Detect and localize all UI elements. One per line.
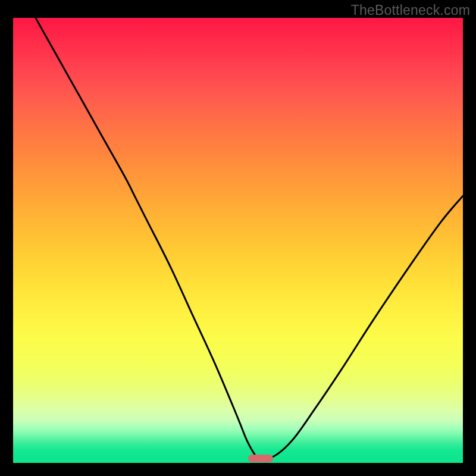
optimal-marker	[248, 455, 273, 462]
curve-layer	[13, 18, 463, 463]
plot-area	[13, 18, 463, 463]
chart-frame: TheBottleneck.com	[0, 0, 476, 476]
watermark-text: TheBottleneck.com	[351, 2, 470, 18]
bottleneck-curve	[36, 18, 463, 459]
